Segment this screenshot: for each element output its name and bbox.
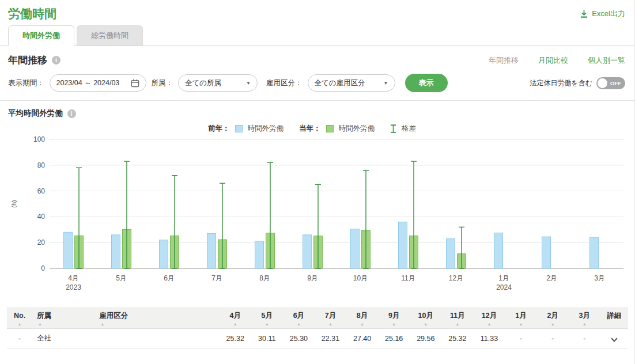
sort-arrow-icon[interactable]: ▲ xyxy=(317,322,344,326)
row-expand-button[interactable] xyxy=(600,329,628,348)
view-link-individual-list[interactable]: 個人別一覧 xyxy=(588,55,625,66)
bar-prev-10月 xyxy=(351,229,360,268)
col-header-10月[interactable]: 10月▲ xyxy=(410,308,441,329)
y-tick-100: 100 xyxy=(33,135,45,143)
x-label-7月: 7月 xyxy=(211,274,222,282)
tab-total-hours[interactable]: 総労働時間 xyxy=(77,25,143,46)
legend-prev-swatch xyxy=(235,125,243,132)
y-tick-40: 40 xyxy=(37,213,46,221)
chevron-down-icon xyxy=(611,335,617,342)
sort-arrow-icon[interactable]: ▲ xyxy=(254,322,281,326)
view-links: 年間推移 月間比較 個人別一覧 xyxy=(489,55,625,66)
x-label-10月: 10月 xyxy=(353,274,368,282)
col-header-9月[interactable]: 9月▲ xyxy=(378,308,410,329)
summary-table-wrap: No.▲所属▲雇用区分▲4月▲5月▲6月▲7月▲8月▲9月▲10月▲11月▲12… xyxy=(0,308,634,348)
col-header-4月[interactable]: 4月▲ xyxy=(220,308,251,329)
sort-arrow-icon[interactable]: ▲ xyxy=(9,322,30,326)
col-header-1月[interactable]: 1月▲ xyxy=(505,308,537,329)
x-label-12月: 12月 xyxy=(449,274,463,282)
legend-gap-label: 格差 xyxy=(402,124,416,134)
bar-prev-11月 xyxy=(399,222,407,268)
col-header-3月[interactable]: 3月▲ xyxy=(569,308,600,329)
toggle-state-label: OFF xyxy=(610,80,621,86)
x-label-5月: 5月 xyxy=(116,274,127,282)
excel-export-button[interactable]: Excel出力 xyxy=(580,9,625,19)
legend-prev-prefix: 前年： xyxy=(208,124,230,134)
info-icon[interactable]: i xyxy=(67,109,76,118)
sort-arrow-icon[interactable]: ▲ xyxy=(412,322,439,326)
sort-arrow-icon[interactable]: ▲ xyxy=(539,322,566,326)
legend-prev-label: 時間外労働 xyxy=(248,124,284,134)
sort-arrow-icon[interactable]: ▲ xyxy=(349,322,376,326)
period-range-value: 2023/04 ～ 2024/03 xyxy=(56,78,120,88)
tab-overtime-label: 時間外労働 xyxy=(22,31,60,40)
sort-arrow-icon[interactable]: ▲ xyxy=(475,322,502,326)
excel-export-label: Excel出力 xyxy=(592,9,625,19)
cell-10月: 29.56 xyxy=(410,329,441,348)
view-link-monthly-compare[interactable]: 月間比較 xyxy=(538,55,568,66)
calendar-icon xyxy=(131,79,139,88)
tab-strip: 時間外労働 総労働時間 xyxy=(0,25,634,46)
y-axis-label: (h) xyxy=(10,200,17,207)
department-label: 所属： xyxy=(152,78,173,88)
cell-2月: - xyxy=(537,329,569,348)
cell-12月: 11.33 xyxy=(473,329,505,348)
x-label-4月: 4月 xyxy=(68,274,79,282)
table-row: -全社25.3230.1125.3022.3127.4025.1629.5625… xyxy=(7,329,628,348)
employment-select[interactable]: 全ての雇用区分 ▼ xyxy=(308,74,395,92)
cell-6月: 25.30 xyxy=(283,329,315,348)
cell-5月: 30.11 xyxy=(251,329,283,348)
legal-holiday-toggle[interactable]: OFF xyxy=(596,77,625,89)
labor-time-page: 労働時間 Excel出力 時間外労働 総労働時間 年間推移 i 年間推移 月間比… xyxy=(0,0,635,364)
col-header-12月[interactable]: 12月▲ xyxy=(473,308,505,329)
col-header-No.[interactable]: No.▲ xyxy=(7,308,32,329)
employment-label: 雇用区分： xyxy=(266,78,303,88)
period-range-input[interactable]: 2023/04 ～ 2024/03 xyxy=(50,74,146,92)
view-link-annual: 年間推移 xyxy=(489,55,519,66)
summary-table: No.▲所属▲雇用区分▲4月▲5月▲6月▲7月▲8月▲9月▲10月▲11月▲12… xyxy=(7,308,628,348)
legal-holiday-label: 法定休日労働を含む xyxy=(530,78,592,88)
cell-employment xyxy=(95,329,219,348)
sort-arrow-icon[interactable]: ▲ xyxy=(222,322,249,326)
chart-head: 平均時間外労働 i xyxy=(0,101,634,119)
cell-department: 全社 xyxy=(32,329,95,348)
bar-prev-4月 xyxy=(64,232,73,268)
col-header-所属[interactable]: 所属▲ xyxy=(32,308,95,329)
cell-1月: - xyxy=(505,329,537,348)
cell-7月: 22.31 xyxy=(315,329,346,348)
sort-arrow-icon[interactable]: ▲ xyxy=(444,322,471,326)
sort-arrow-icon[interactable]: ▲ xyxy=(380,322,407,326)
period-label: 表示期間： xyxy=(8,78,44,88)
top-bar: 労働時間 Excel出力 xyxy=(0,0,634,25)
y-tick-20: 20 xyxy=(37,238,46,247)
y-tick-80: 80 xyxy=(37,161,46,169)
sort-arrow-icon[interactable]: ▲ xyxy=(99,322,217,326)
x-label-1月: 1月 xyxy=(498,274,509,282)
sort-arrow-icon[interactable]: ▲ xyxy=(285,322,312,326)
sort-arrow-icon[interactable]: ▲ xyxy=(508,322,535,326)
chevron-down-icon: ▼ xyxy=(384,81,388,86)
col-header-雇用区分[interactable]: 雇用区分▲ xyxy=(95,308,219,329)
col-header-2月[interactable]: 2月▲ xyxy=(537,308,569,329)
col-header-8月[interactable]: 8月▲ xyxy=(346,308,378,329)
x-label-3月: 3月 xyxy=(594,274,605,282)
info-icon[interactable]: i xyxy=(52,56,61,65)
cell-4月: 25.32 xyxy=(220,329,251,348)
sort-arrow-icon[interactable]: ▲ xyxy=(37,322,92,326)
bar-prev-2月 xyxy=(542,237,551,268)
tab-overtime[interactable]: 時間外労働 xyxy=(8,25,74,46)
show-button[interactable]: 表示 xyxy=(405,74,448,92)
col-header-7月[interactable]: 7月▲ xyxy=(315,308,346,329)
cell-3月: - xyxy=(569,329,600,348)
department-select[interactable]: 全ての所属 ▼ xyxy=(178,74,258,92)
col-header-11月[interactable]: 11月▲ xyxy=(441,308,473,329)
legend-cur-prefix: 当年： xyxy=(299,124,321,134)
col-header-6月[interactable]: 6月▲ xyxy=(283,308,315,329)
x-label-6月: 6月 xyxy=(164,274,175,282)
y-tick-0: 0 xyxy=(41,264,45,272)
bar-prev-3月 xyxy=(590,237,599,268)
sort-arrow-icon[interactable]: ▲ xyxy=(571,322,598,326)
col-header-5月[interactable]: 5月▲ xyxy=(251,308,283,329)
section-title: 年間推移 xyxy=(8,54,47,67)
department-select-value: 全ての所属 xyxy=(185,78,221,88)
